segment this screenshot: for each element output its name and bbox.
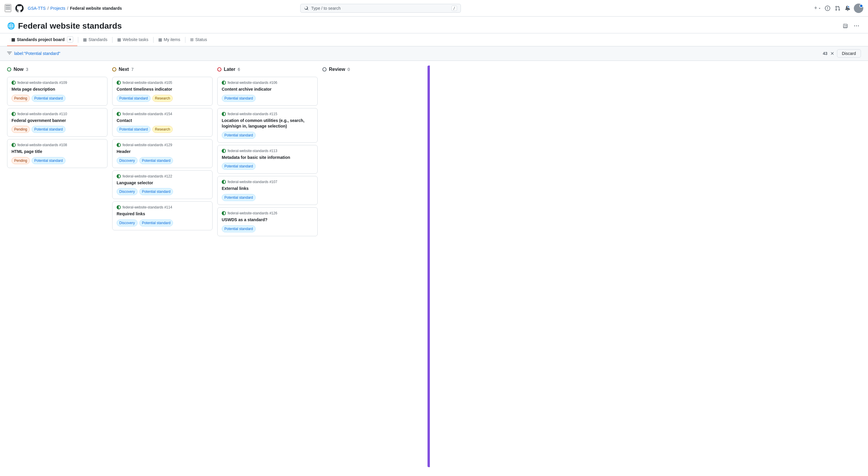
page-header-actions — [841, 22, 861, 30]
column-header-review: Review 0 — [322, 65, 423, 75]
search-placeholder: Type / to search — [311, 6, 449, 11]
search-kbd: / — [452, 6, 457, 11]
label-potential-126[interactable]: Potential standard — [222, 225, 256, 232]
label-pending-110[interactable]: Pending — [11, 126, 30, 133]
search-bar[interactable]: Type / to search / — [300, 4, 461, 13]
label-potential-115[interactable]: Potential standard — [222, 132, 256, 139]
label-pending-109[interactable]: Pending — [11, 95, 30, 102]
progress-icon-154 — [117, 112, 121, 116]
card-113[interactable]: federal-website-standards #113 Metadata … — [217, 145, 318, 174]
notifications-icon-button[interactable] — [844, 4, 851, 12]
card-122[interactable]: federal-website-standards #122 Language … — [112, 170, 213, 199]
page-title-row: 🌐 Federal website standards — [7, 21, 122, 31]
label-discovery-122[interactable]: Discovery — [117, 188, 137, 195]
card-106[interactable]: federal-website-standards #106 Content a… — [217, 77, 318, 106]
label-potential-106[interactable]: Potential standard — [222, 95, 256, 102]
card-110[interactable]: federal-website-standards #110 Federal g… — [7, 108, 107, 137]
nav-actions: + — [814, 4, 863, 13]
card-115[interactable]: federal-website-standards #115 Location … — [217, 108, 318, 143]
issues-icon-button[interactable] — [824, 4, 831, 12]
label-potential-122[interactable]: Potential standard — [140, 188, 173, 195]
label-potential-107[interactable]: Potential standard — [222, 194, 256, 201]
label-potential-114[interactable]: Potential standard — [140, 219, 173, 227]
card-meta-108: federal-website-standards #108 — [11, 143, 103, 147]
tab-divider-3 — [153, 37, 154, 43]
column-next: Next 7 federal-website-standards #105 Co… — [112, 65, 213, 467]
filter-text[interactable]: label:"Potential standard" — [14, 51, 60, 56]
filter-bar: label:"Potential standard" 43 Discard — [0, 47, 868, 61]
user-avatar[interactable] — [854, 4, 863, 13]
card-meta-126: federal-website-standards #126 — [222, 211, 313, 215]
column-count-now: 3 — [26, 67, 28, 72]
create-new-button[interactable]: + — [814, 5, 822, 11]
progress-icon-126 — [222, 211, 226, 215]
filter-count-badge: 43 — [823, 51, 828, 56]
card-108[interactable]: federal-website-standards #108 HTML page… — [7, 139, 107, 168]
tab-my-items[interactable]: ▦ My items — [154, 34, 185, 46]
filter-content: label:"Potential standard" — [7, 51, 823, 56]
top-nav: GSA-TTS / Projects / Federal website sta… — [0, 0, 868, 17]
card-title-106: Content archive indicator — [222, 87, 313, 92]
label-research-154[interactable]: Research — [152, 126, 173, 133]
card-105[interactable]: federal-website-standards #105 Content t… — [112, 77, 213, 106]
label-discovery-114[interactable]: Discovery — [117, 219, 137, 227]
label-potential-110[interactable]: Potential standard — [32, 126, 66, 133]
tab-icon-standards-board: ▦ — [11, 37, 15, 42]
label-discovery-129[interactable]: Discovery — [117, 157, 137, 164]
hamburger-menu[interactable] — [5, 4, 11, 12]
pull-requests-icon-button[interactable] — [834, 4, 841, 12]
card-114[interactable]: federal-website-standards #114 Required … — [112, 201, 213, 230]
tab-standards[interactable]: ▦ Standards — [79, 34, 112, 46]
progress-icon-107 — [222, 180, 226, 184]
card-labels-129: Discovery Potential standard — [117, 157, 208, 164]
column-review: Review 0 — [322, 65, 423, 467]
card-labels-122: Discovery Potential standard — [117, 188, 208, 195]
dropdown-icon — [818, 6, 822, 10]
column-header-later: Later 6 — [217, 65, 318, 75]
search-icon — [304, 6, 309, 11]
card-meta-129: federal-website-standards #129 — [117, 143, 208, 147]
card-109[interactable]: federal-website-standards #109 Meta page… — [7, 77, 107, 106]
card-labels-105: Potential standard Research — [117, 95, 208, 102]
label-potential-129[interactable]: Potential standard — [140, 157, 173, 164]
card-154[interactable]: federal-website-standards #154 Contact P… — [112, 108, 213, 137]
tab-dropdown-button[interactable]: ▾ — [67, 36, 73, 42]
breadcrumb-projects[interactable]: Projects — [51, 6, 66, 11]
column-count-next: 7 — [131, 67, 134, 72]
label-pending-108[interactable]: Pending — [11, 157, 30, 164]
breadcrumb-repo: Federal website standards — [70, 6, 122, 11]
progress-icon-106 — [222, 81, 226, 85]
tab-divider-4 — [185, 37, 185, 43]
breadcrumb: GSA-TTS / Projects / Federal website sta… — [28, 6, 122, 11]
label-research-105[interactable]: Research — [152, 95, 173, 102]
status-dot-now — [7, 67, 11, 71]
card-labels-109: Pending Potential standard — [11, 95, 103, 102]
label-potential-109[interactable]: Potential standard — [32, 95, 66, 102]
tab-standards-board[interactable]: ▦ Standards project board ▾ — [7, 33, 78, 46]
label-potential-105[interactable]: Potential standard — [117, 95, 151, 102]
breadcrumb-org[interactable]: GSA-TTS — [28, 6, 46, 11]
card-labels-113: Potential standard — [222, 163, 313, 170]
discard-button[interactable]: Discard — [837, 49, 861, 58]
filter-icon — [7, 51, 12, 56]
github-logo[interactable] — [15, 4, 24, 13]
label-potential-113[interactable]: Potential standard — [222, 163, 256, 170]
card-meta-122: federal-website-standards #122 — [117, 174, 208, 178]
column-later: Later 6 federal-website-standards #106 C… — [217, 65, 318, 467]
progress-icon-115 — [222, 112, 226, 116]
clear-filter-button[interactable] — [830, 51, 835, 56]
column-partial-purple — [428, 65, 430, 467]
card-labels-154: Potential standard Research — [117, 126, 208, 133]
tab-icon-status: ⊞ — [190, 37, 194, 42]
label-potential-154[interactable]: Potential standard — [117, 126, 151, 133]
column-header-now: Now 3 — [7, 65, 107, 75]
layout-toggle-button[interactable] — [841, 22, 850, 30]
card-126[interactable]: federal-website-standards #126 USWDS as … — [217, 207, 318, 236]
page-title: Federal website standards — [18, 21, 122, 31]
more-options-button[interactable] — [852, 22, 861, 30]
tab-website-tasks[interactable]: ▦ Website tasks — [113, 34, 153, 46]
card-107[interactable]: federal-website-standards #107 External … — [217, 176, 318, 205]
card-129[interactable]: federal-website-standards #129 Header Di… — [112, 139, 213, 168]
tab-status[interactable]: ⊞ Status — [186, 34, 211, 46]
label-potential-108[interactable]: Potential standard — [32, 157, 66, 164]
